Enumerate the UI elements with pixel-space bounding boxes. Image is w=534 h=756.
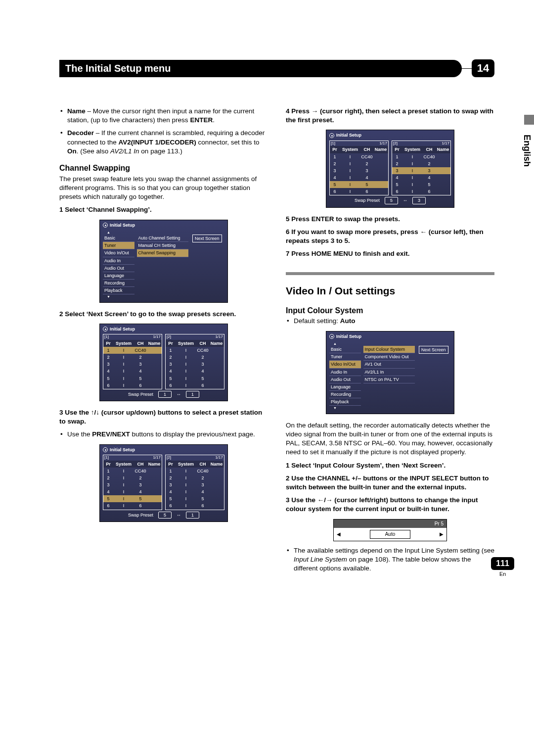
bullet-decoder: Decoder – If the current channel is scra… <box>59 129 268 156</box>
left-column: Name – Move the cursor right then input … <box>59 107 268 577</box>
osd-next-screen: Next Screen <box>192 235 222 242</box>
bullet-name: Name – Move the cursor right then input … <box>59 107 268 125</box>
right-column: 4 Press → (cursor right), then select a … <box>286 107 494 577</box>
osd-initial-setup-video: Initial Setup Basic Tuner Video In/Out A… <box>326 331 454 414</box>
language-tab-marker <box>524 115 534 125</box>
step-7: 7 Press HOME MENU to finish and exit. <box>286 249 494 258</box>
osd-swap-table-3: Initial Setup [1]1/17PrSystemCHName1ICC4… <box>326 130 454 207</box>
section-divider <box>286 272 494 275</box>
step-3: 3 Use the ↑/↓ (cursor up/down) buttons t… <box>59 408 268 426</box>
language-tab: English <box>520 129 534 173</box>
heading-input-colour-system: Input Colour System <box>286 305 494 316</box>
ics-step-2: 2 Use the CHANNEL +/– buttons or the INP… <box>286 474 494 492</box>
step-2: 2 Select ‘Next Screen’ to go to the swap… <box>59 310 268 319</box>
osd-initial-setup-tuner: Initial Setup Basic Tuner Video In/Out A… <box>99 220 228 303</box>
arrow-right-icon: ▶ <box>440 531 444 538</box>
osd-auto-selector: Pr 5 ◀Auto▶ <box>333 519 447 541</box>
step-4: 4 Press → (cursor right), then select a … <box>286 107 494 125</box>
ics-step-1: 1 Select ‘Input Colour System’, then ‘Ne… <box>286 461 494 470</box>
osd-left-menu: Basic Tuner Video In/Out Audio In Audio … <box>103 235 134 294</box>
disc-icon <box>329 334 334 339</box>
ics-note: The available settings depend on the Inp… <box>286 546 494 573</box>
arrow-left-icon: ◀ <box>337 531 341 538</box>
chapter-number-badge: 14 <box>472 59 494 77</box>
page-title: The Initial Setup menu <box>59 60 462 77</box>
osd-swap-table-1: Initial Setup [1]1/17PrSystemCHName1ICC4… <box>99 324 228 401</box>
osd-preset-tables: [1]1/17PrSystemCHName1ICC402I23I34I45I56… <box>103 334 224 389</box>
step-3-note: Use the PREV/NEXT buttons to display the… <box>59 430 268 439</box>
step-5: 5 Press ENTER to swap the presets. <box>286 215 494 224</box>
disc-icon <box>329 133 334 138</box>
osd-swap-table-2: Initial Setup [1]1/17PrSystemCHName1ICC4… <box>99 444 228 522</box>
disc-icon <box>103 327 108 331</box>
disc-icon <box>103 223 108 228</box>
heading-channel-swapping: Channel Swapping <box>59 163 268 174</box>
page-number-badge: 111 En <box>491 557 514 577</box>
disc-icon <box>103 447 108 452</box>
ics-default: Default setting: Auto <box>286 317 494 326</box>
heading-video-in-out: Video In / Out settings <box>286 284 494 298</box>
ics-para: On the default setting, the recorder aut… <box>286 421 494 457</box>
step-1: 1 Select ‘Channel Swapping’. <box>59 205 268 214</box>
step-6: 6 If you want to swap more presets, pres… <box>286 228 494 245</box>
osd-submenu-tuner: Auto Channel Setting Manual CH Setting C… <box>137 235 188 257</box>
ics-step-3: 3 Use the ←/→ (cursor left/right) button… <box>286 496 494 514</box>
para-channel-swapping: The preset swap feature lets you swap th… <box>59 175 268 202</box>
